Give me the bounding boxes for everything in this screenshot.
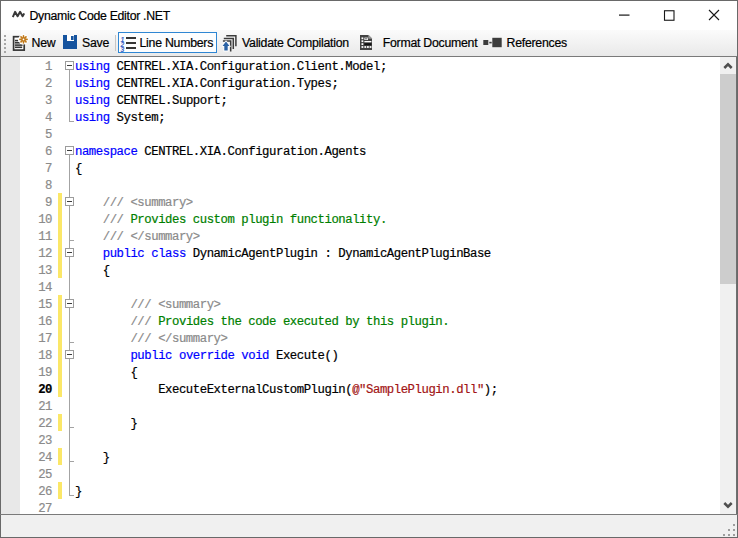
svg-text:3: 3 [120,46,124,52]
